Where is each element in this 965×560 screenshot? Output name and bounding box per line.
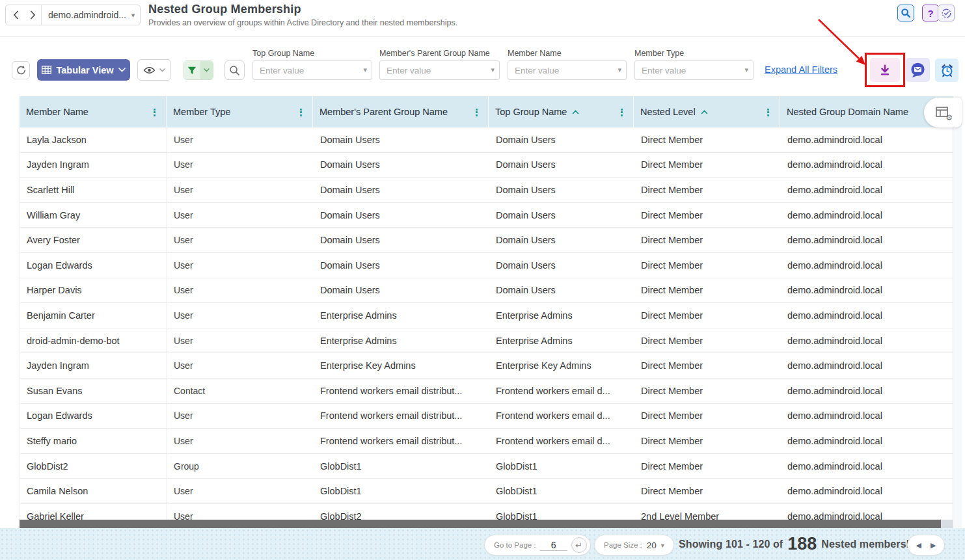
filter-label: Member's Parent Group Name [379,49,500,58]
cell-nested-level: Direct Member [634,404,781,429]
cell-top-group-name: GlobDist1 [489,454,634,479]
table-search-button[interactable] [224,60,245,80]
filter-input[interactable] [252,60,372,80]
org-selector-value[interactable]: demo.admindroid... [48,10,126,20]
cell-member-s-parent-group-name: Enterprise Admins [314,328,489,353]
cell-member-name: Logan Edwards [20,253,167,278]
showing-range-text: Showing 101 - 120 of [679,539,783,550]
nav-forward-button[interactable] [24,6,41,24]
filter-input[interactable] [508,60,627,80]
eye-icon [143,66,156,74]
filter-button-main[interactable] [184,61,200,79]
filter-button-dropdown[interactable] [200,61,213,79]
cell-member-name: Harper Davis [20,278,167,303]
cell-nested-level: Direct Member [634,153,781,178]
cell-member-s-parent-group-name: Frontend workers email distribut... [314,379,489,403]
cell-member-s-parent-group-name: GlobDist1 [314,479,489,503]
search-icon [229,65,240,76]
cell-top-group-name: Enterprise Admins [489,303,634,328]
goto-page-input[interactable] [540,540,567,551]
column-header-nested-group-domain-name[interactable]: Nested Group Domain Name [780,96,936,127]
cell-nested-level: Direct Member [634,178,781,202]
previous-page-button[interactable]: ◀ [916,541,921,550]
column-header-member-s-parent-group-name[interactable]: Member's Parent Group Name⋮ [313,96,489,127]
cell-nested-level: Direct Member [634,253,781,278]
cell-member-s-parent-group-name: Frontend workers email distribut... [314,429,489,453]
nav-back-button[interactable] [7,6,24,24]
global-search-button[interactable] [897,5,914,21]
cell-nested-group-domain-name: demo.admindroid.local [781,178,937,202]
next-page-button[interactable]: ▶ [931,541,936,550]
column-header-label: Member Name [26,107,88,117]
cell-member-name: GlobDist2 [20,454,167,479]
horizontal-scrollbar-thumb[interactable] [20,520,941,528]
column-header-label: Member's Parent Group Name [319,107,448,117]
download-export-button[interactable] [870,58,900,82]
cell-top-group-name: Enterprise Key Admins [489,353,634,378]
sort-ascending-icon [701,110,708,114]
page-subtitle: Provides an overview of groups within Ac… [148,18,457,27]
column-settings-button[interactable]: ⚙ [924,98,962,127]
page-size-control[interactable]: Page Size : 20 ▾ [594,535,674,555]
cell-nested-level: Direct Member [634,429,781,453]
table-body: Layla JacksonUserDomain UsersDomain User… [20,127,953,520]
vertical-scrollbar-track[interactable] [953,96,962,528]
cell-nested-level: Direct Member [634,353,781,378]
page-title: Nested Group Membership [148,3,457,16]
filter-input[interactable] [379,60,500,80]
column-header-nested-level[interactable]: Nested Level⋮ [634,96,780,127]
cell-nested-level: Direct Member [634,228,781,252]
column-header-top-group-name[interactable]: Top Group Name⋮ [489,96,634,127]
filter-input[interactable] [634,60,754,80]
cell-nested-level: Direct Member [634,278,781,303]
column-menu-icon[interactable]: ⋮ [472,107,482,117]
nested-group-membership-report: demo.admindroid... ▾ Nested Group Member… [0,0,965,560]
column-menu-icon[interactable]: ⋮ [617,107,627,117]
feedback-message-button[interactable] [906,58,930,82]
column-header-label: Member Type [173,107,230,117]
cell-member-name: Steffy mario [20,429,167,453]
scheduled-check-icon [941,8,952,19]
cell-nested-group-domain-name: demo.admindroid.local [781,353,937,378]
cell-member-type: User [167,479,314,503]
table-row: Logan EdwardsUserFrontend workers email … [20,404,953,429]
schedule-alarm-button[interactable] [935,59,958,82]
cell-nested-group-domain-name: demo.admindroid.local [781,429,937,453]
column-header-member-name[interactable]: Member Name⋮ [20,96,167,127]
cell-nested-level: Direct Member [634,328,781,353]
page-size-value: 20 [647,540,657,550]
filter-button[interactable] [183,60,213,80]
cell-member-type: Contact [167,379,314,403]
view-options-button[interactable] [137,59,171,81]
cell-member-s-parent-group-name: GlobDist1 [314,454,489,479]
cell-member-type: User [167,153,314,178]
goto-page-control: Go to Page : ↵ [484,535,591,555]
column-header-label: Top Group Name [495,107,567,117]
help-button[interactable]: ? [922,5,939,21]
top-bar: demo.admindroid... ▾ Nested Group Member… [0,0,965,37]
cell-top-group-name: Domain Users [489,253,634,278]
tabular-view-button[interactable]: Tabular View [37,59,130,81]
goto-page-go-button[interactable]: ↵ [571,537,587,553]
table-row: Avery FosterUserDomain UsersDomain Users… [20,228,953,253]
download-icon [878,63,892,77]
scheduled-reports-button[interactable] [938,5,955,21]
filter-field-member-name: Member Name▾ [508,49,627,80]
column-menu-icon[interactable]: ⋮ [296,107,306,117]
column-menu-icon[interactable]: ⋮ [150,107,160,117]
cell-member-type: User [167,404,314,429]
cell-top-group-name: Frontend workers email d... [489,404,634,429]
column-header-member-type[interactable]: Member Type⋮ [167,96,313,127]
cell-top-group-name: Domain Users [489,228,634,252]
column-menu-icon[interactable]: ⋮ [763,107,774,117]
expand-all-filters-link[interactable]: Expand All Filters [765,64,837,75]
table-row: Layla JacksonUserDomain UsersDomain User… [20,127,953,153]
cell-nested-level: Direct Member [634,379,781,403]
cell-member-type: User [167,203,314,228]
refresh-button[interactable] [12,61,30,79]
cell-member-name: Jayden Ingram [20,153,167,178]
cell-member-type: User [167,504,314,520]
page-size-label: Page Size : [604,541,642,549]
cell-nested-group-domain-name: demo.admindroid.local [781,404,937,429]
cell-top-group-name: Domain Users [489,278,634,303]
